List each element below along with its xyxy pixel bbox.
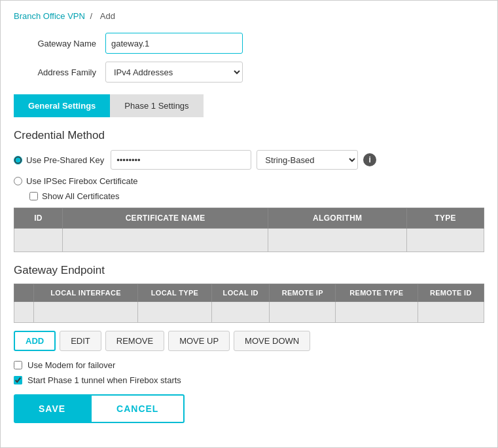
cert-empty-type xyxy=(407,229,484,252)
address-family-select[interactable]: IPv4 Addresses IPv6 Addresses xyxy=(105,62,243,83)
endpoint-empty-remote-type xyxy=(336,302,418,323)
move-up-button[interactable]: MOVE UP xyxy=(168,331,230,351)
show-all-certs-label[interactable]: Show All Certificates xyxy=(29,191,484,201)
cert-col-name: CERTIFICATE NAME xyxy=(62,208,268,229)
cancel-button[interactable]: CANCEL xyxy=(90,394,185,423)
ipsec-row: Use IPSec Firebox Certificate xyxy=(14,176,484,186)
cert-empty-algorithm xyxy=(268,229,407,252)
endpoint-col-remote-id: REMOTE ID xyxy=(418,284,484,302)
psk-radio[interactable] xyxy=(14,156,22,164)
cert-col-algorithm: ALGORITHM xyxy=(268,208,407,229)
add-button[interactable]: ADD xyxy=(14,331,56,351)
psk-type-select[interactable]: String-Based Hex-Based xyxy=(257,150,358,170)
endpoint-col-local-type: LOCAL TYPE xyxy=(138,284,212,302)
cert-table: ID CERTIFICATE NAME ALGORITHM TYPE xyxy=(14,208,484,252)
gateway-name-label: Gateway Name xyxy=(14,39,105,48)
use-modem-checkbox[interactable] xyxy=(14,361,22,369)
breadcrumb-link[interactable]: Branch Office VPN xyxy=(14,11,85,21)
credential-section-title: Credential Method xyxy=(14,129,484,142)
cert-empty-row xyxy=(14,229,484,252)
psk-label: Use Pre-Shared Key xyxy=(26,155,104,165)
breadcrumb-separator: / xyxy=(90,11,93,21)
endpoint-empty-local-id xyxy=(211,302,270,323)
endpoint-empty-local-interface xyxy=(34,302,138,323)
start-phase1-checkbox[interactable] xyxy=(14,376,22,384)
remove-button[interactable]: REMOVE xyxy=(105,331,164,351)
breadcrumb-current: Add xyxy=(100,11,115,21)
ipsec-radio[interactable] xyxy=(14,177,22,185)
psk-radio-label[interactable]: Use Pre-Shared Key xyxy=(14,155,104,165)
psk-input[interactable] xyxy=(111,150,251,170)
use-modem-label[interactable]: Use Modem for failover xyxy=(14,360,115,370)
cert-col-type: TYPE xyxy=(407,208,484,229)
use-modem-row: Use Modem for failover xyxy=(14,360,484,370)
move-down-button[interactable]: MOVE DOWN xyxy=(234,331,310,351)
tabs-container: General Settings Phase 1 Settings xyxy=(14,94,484,117)
gateway-endpoint-title: Gateway Endpoint xyxy=(14,264,484,277)
cert-col-id: ID xyxy=(14,208,63,229)
endpoint-col-remote-ip: REMOTE IP xyxy=(270,284,336,302)
breadcrumb: Branch Office VPN / Add xyxy=(14,11,484,21)
ipsec-radio-label[interactable]: Use IPSec Firebox Certificate xyxy=(14,176,138,186)
endpoint-empty-local-type xyxy=(138,302,212,323)
show-all-certs-checkbox[interactable] xyxy=(29,192,38,200)
save-button[interactable]: SAVE xyxy=(14,394,90,423)
endpoint-empty-row xyxy=(14,302,484,323)
use-modem-text: Use Modem for failover xyxy=(27,360,115,370)
address-family-row: Address Family IPv4 Addresses IPv6 Addre… xyxy=(14,62,484,83)
cert-empty-name xyxy=(62,229,268,252)
endpoint-empty-remote-ip xyxy=(270,302,336,323)
start-phase1-row: Start Phase 1 tunnel when Firebox starts xyxy=(14,375,484,385)
footer-buttons: SAVE CANCEL xyxy=(14,394,484,423)
show-all-certs-text: Show All Certificates xyxy=(42,191,120,201)
gateway-name-row: Gateway Name xyxy=(14,33,484,54)
endpoint-empty-check xyxy=(14,302,34,323)
info-icon[interactable]: i xyxy=(363,153,376,166)
endpoint-table: LOCAL INTERFACE LOCAL TYPE LOCAL ID REMO… xyxy=(14,284,484,323)
endpoint-col-local-id: LOCAL ID xyxy=(211,284,270,302)
endpoint-col-check xyxy=(14,284,34,302)
tab-phase1-settings[interactable]: Phase 1 Settings xyxy=(110,94,203,117)
edit-button[interactable]: EDIT xyxy=(60,331,101,351)
start-phase1-text: Start Phase 1 tunnel when Firebox starts xyxy=(27,375,181,385)
endpoint-col-remote-type: REMOTE TYPE xyxy=(336,284,418,302)
cert-empty-id xyxy=(14,229,63,252)
endpoint-btn-group: ADD EDIT REMOVE MOVE UP MOVE DOWN xyxy=(14,331,484,351)
psk-row: Use Pre-Shared Key String-Based Hex-Base… xyxy=(14,150,484,170)
endpoint-col-local-interface: LOCAL INTERFACE xyxy=(34,284,138,302)
ipsec-label: Use IPSec Firebox Certificate xyxy=(26,176,138,186)
start-phase1-label[interactable]: Start Phase 1 tunnel when Firebox starts xyxy=(14,375,181,385)
gateway-name-input[interactable] xyxy=(105,33,243,54)
tab-general-settings[interactable]: General Settings xyxy=(14,94,110,117)
endpoint-empty-remote-id xyxy=(418,302,484,323)
address-family-label: Address Family xyxy=(14,67,105,77)
